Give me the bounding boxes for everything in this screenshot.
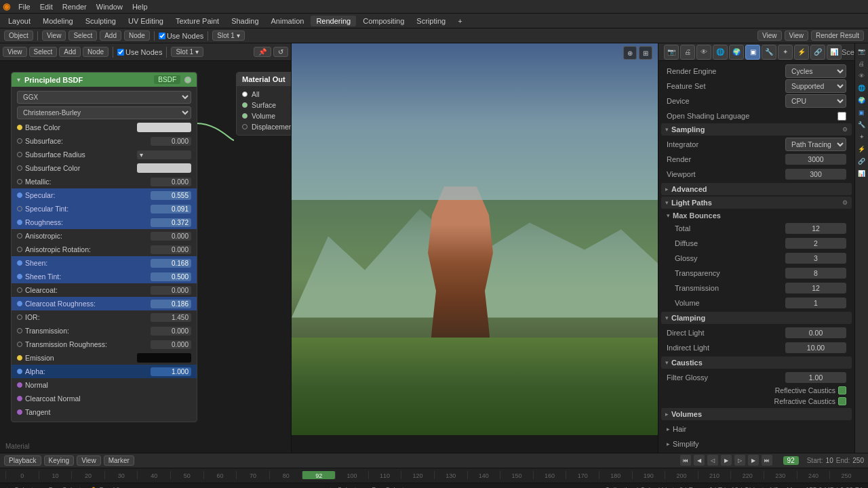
subsurface-radius-dropdown[interactable]: ▾ <box>137 150 191 159</box>
node-btn[interactable]: Node <box>124 30 150 41</box>
keying-menu[interactable]: Keying <box>44 455 75 466</box>
volume-value[interactable]: 1 <box>785 298 846 308</box>
device-select[interactable]: CPU <box>785 94 846 108</box>
props-icon-world[interactable]: 🌍 <box>729 45 744 60</box>
props-icon-particles[interactable]: ✦ <box>778 45 793 60</box>
menu-edit[interactable]: Edit <box>36 1 57 12</box>
specular-tint-value[interactable]: 0.091 <box>151 205 191 214</box>
use-nodes-checkbox[interactable] <box>159 33 165 39</box>
render-overlay-btn2[interactable]: ⊞ <box>639 46 652 60</box>
side-icon-modifier[interactable]: 🔧 <box>856 119 867 130</box>
side-icon-world[interactable]: 🌍 <box>856 95 867 106</box>
metallic-value[interactable]: 0.000 <box>151 178 191 186</box>
mat-output-header[interactable]: Material Out <box>237 73 291 86</box>
tangent-dot[interactable] <box>17 409 22 415</box>
aniso-rot-value[interactable]: 0.000 <box>151 245 191 254</box>
tab-shading[interactable]: Shading <box>226 16 264 26</box>
ior-dot[interactable] <box>17 314 22 320</box>
view-btn3[interactable]: View <box>785 30 809 41</box>
side-icon-scene[interactable]: 🌐 <box>856 83 867 94</box>
mat-surface-dot[interactable] <box>242 102 248 108</box>
view-btn[interactable]: View <box>42 30 66 41</box>
transmission-dot[interactable] <box>17 328 22 333</box>
node-view-btn[interactable]: View <box>3 47 27 57</box>
specular-tint-dot[interactable] <box>17 206 22 211</box>
props-icon-modifiers[interactable]: 🔧 <box>762 45 776 60</box>
prev-frame-btn[interactable]: ◀ <box>694 455 705 466</box>
clearcoat-rough-value[interactable]: 0.186 <box>151 300 191 308</box>
emission-color-swatch[interactable] <box>137 353 191 363</box>
trans-rough-dot[interactable] <box>17 342 22 347</box>
subsurface-radius-dot[interactable] <box>17 152 22 157</box>
node-use-nodes[interactable]: Use Nodes <box>117 48 162 56</box>
add-btn[interactable]: Add <box>100 30 121 41</box>
roughness-dot[interactable] <box>17 220 22 225</box>
direct-light-value[interactable]: 0.00 <box>785 327 846 338</box>
play-btn[interactable]: ▶ <box>721 455 732 466</box>
render-engine-select[interactable]: Cycles <box>785 64 846 78</box>
timeline-ruler[interactable]: 0 10 20 30 40 50 60 70 80 92 100 110 120… <box>0 468 868 483</box>
side-icon-physics[interactable]: ⚡ <box>856 144 867 155</box>
marker-menu[interactable]: Marker <box>104 455 134 466</box>
refractive-check[interactable] <box>838 397 846 405</box>
light-paths-header[interactable]: ▾ Light Paths ⚙ <box>661 197 852 209</box>
sheen-value[interactable]: 0.168 <box>151 259 191 268</box>
feature-set-select[interactable]: Supported <box>785 79 846 93</box>
sheen-tint-dot[interactable] <box>17 274 22 279</box>
side-icon-constraints[interactable]: 🔗 <box>856 156 867 167</box>
side-icon-object[interactable]: ▣ <box>856 107 867 118</box>
props-icon-constraints[interactable]: 🔗 <box>810 45 825 60</box>
tab-sculpting[interactable]: Sculpting <box>80 16 121 26</box>
specular-dot[interactable] <box>17 192 22 198</box>
side-icon-render[interactable]: 📷 <box>856 46 867 57</box>
side-icon-data[interactable]: 📊 <box>856 168 867 179</box>
next-frame-btn[interactable]: ▶ <box>748 455 759 466</box>
anisotropic-value[interactable]: 0.000 <box>151 232 191 241</box>
node-node-btn[interactable]: Node <box>83 47 108 57</box>
anisotropic-dot[interactable] <box>17 233 22 239</box>
sheen-dot[interactable] <box>17 260 22 266</box>
volumes-header[interactable]: ▸ Volumes <box>661 408 852 420</box>
tab-modeling[interactable]: Modeling <box>37 16 79 26</box>
jump-end-btn[interactable]: ⏭ <box>762 455 772 466</box>
select-btn[interactable]: Select <box>68 30 97 41</box>
viewport-samples-value[interactable]: 300 <box>785 169 846 180</box>
render-samples-value[interactable]: 3000 <box>785 154 846 165</box>
ior-value[interactable]: 1.450 <box>151 313 191 322</box>
transmission-value[interactable]: 12 <box>785 283 846 293</box>
metallic-dot[interactable] <box>17 179 22 184</box>
subsurface-value[interactable]: 0.000 <box>151 137 191 146</box>
clearcoat-value[interactable]: 0.000 <box>151 286 191 295</box>
mat-all-dot[interactable] <box>242 92 248 97</box>
subsurface-dot[interactable] <box>17 138 22 144</box>
node-refresh-btn[interactable]: ↺ <box>273 47 288 57</box>
indirect-light-value[interactable]: 10.00 <box>785 342 846 353</box>
mat-displacement-dot[interactable] <box>242 124 248 129</box>
open-shading-check[interactable] <box>837 112 846 121</box>
node-select-btn[interactable]: Select <box>29 47 58 57</box>
menu-window[interactable]: Window <box>92 1 127 12</box>
menu-render[interactable]: Render <box>58 1 91 12</box>
clearcoat-rough-dot[interactable] <box>17 301 22 306</box>
props-icon-object[interactable]: ▣ <box>745 45 760 60</box>
tab-compositing[interactable]: Compositing <box>357 16 410 26</box>
clearcoat-dot[interactable] <box>17 287 22 293</box>
glossy-value[interactable]: 3 <box>785 253 846 264</box>
diffuse-value[interactable]: 2 <box>785 238 846 249</box>
roughness-value[interactable]: 0.372 <box>151 218 191 227</box>
subsurface-select[interactable]: Christensen-Burley <box>17 106 191 119</box>
side-icon-particles[interactable]: ✦ <box>856 131 867 142</box>
advanced-header[interactable]: ▸ Advanced <box>661 183 852 195</box>
alpha-dot[interactable] <box>17 369 22 374</box>
node-use-nodes-check[interactable] <box>117 49 124 56</box>
props-icon-scene[interactable]: 🌐 <box>713 45 728 60</box>
sampling-settings-icon[interactable]: ⚙ <box>842 126 848 133</box>
render-result-btn[interactable]: Render Result <box>811 30 864 41</box>
props-icon-data[interactable]: 📊 <box>827 45 842 60</box>
side-icon-output[interactable]: 🖨 <box>856 58 867 69</box>
bsdf-header[interactable]: ▾ Principled BSDF BSDF <box>12 73 197 87</box>
menu-file[interactable]: File <box>14 1 35 12</box>
subsurface-color-dot[interactable] <box>17 165 22 171</box>
side-icon-view-layer[interactable]: 👁 <box>856 70 867 81</box>
tab-texture-paint[interactable]: Texture Paint <box>170 16 224 26</box>
